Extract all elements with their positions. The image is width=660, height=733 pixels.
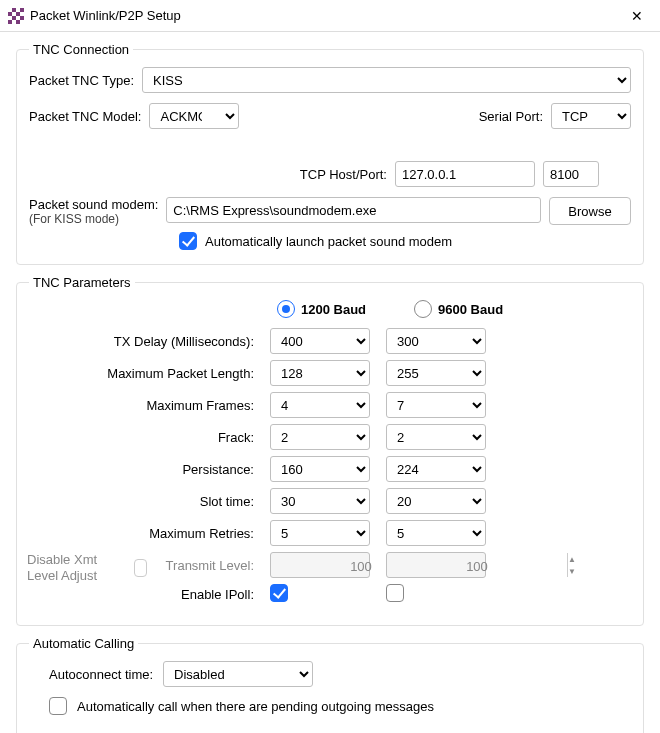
packet-tnc-type-select[interactable]: KISS <box>142 67 631 93</box>
param-label: TX Delay (Milliseconds): <box>29 334 254 349</box>
tcp-host-port-label: TCP Host/Port: <box>300 167 387 182</box>
param-label: Maximum Retries: <box>29 526 254 541</box>
enable-ipoll-9600-checkbox[interactable] <box>386 584 404 602</box>
param-9600-select-6[interactable]: 5 <box>386 520 486 546</box>
param-label: Persistance: <box>29 462 254 477</box>
transmit-level-1200-spinner: ▲▼ <box>270 552 370 578</box>
auto-launch-checkbox[interactable] <box>179 232 197 250</box>
autoconnect-time-select[interactable]: Disabled <box>163 661 313 687</box>
baud-9600-radio-item[interactable]: 9600 Baud <box>414 300 503 318</box>
param-label: Frack: <box>29 430 254 445</box>
baud-9600-radio[interactable] <box>414 300 432 318</box>
sound-modem-note: (For KISS mode) <box>29 212 158 226</box>
enable-ipoll-1200-checkbox[interactable] <box>270 584 288 602</box>
packet-tnc-type-label: Packet TNC Type: <box>29 73 134 88</box>
spinner-down-icon: ▼ <box>568 565 576 577</box>
automatic-calling-group: Automatic Calling Autoconnect time: Disa… <box>16 636 644 733</box>
param-9600-select-0[interactable]: 300 <box>386 328 486 354</box>
close-icon: ✕ <box>631 8 643 24</box>
sound-modem-label: Packet sound modem: <box>29 197 158 212</box>
automatic-calling-legend: Automatic Calling <box>29 636 138 651</box>
packet-tnc-model-label: Packet TNC Model: <box>29 109 141 124</box>
app-icon <box>8 8 24 24</box>
window-title: Packet Winlink/P2P Setup <box>30 8 181 23</box>
tnc-connection-group: TNC Connection Packet TNC Type: KISS Pac… <box>16 42 644 265</box>
tnc-connection-legend: TNC Connection <box>29 42 133 57</box>
auto-launch-label: Automatically launch packet sound modem <box>205 234 452 249</box>
param-1200-select-2[interactable]: 4 <box>270 392 370 418</box>
autoconnect-time-label: Autoconnect time: <box>49 667 153 682</box>
param-1200-select-1[interactable]: 128 <box>270 360 370 386</box>
param-9600-select-4[interactable]: 224 <box>386 456 486 482</box>
param-1200-select-4[interactable]: 160 <box>270 456 370 482</box>
browse-button[interactable]: Browse <box>549 197 631 225</box>
tcp-port-input[interactable] <box>543 161 599 187</box>
spinner-up-icon: ▲ <box>568 553 576 565</box>
tnc-parameters-legend: TNC Parameters <box>29 275 135 290</box>
param-9600-select-3[interactable]: 2 <box>386 424 486 450</box>
baud-1200-radio[interactable] <box>277 300 295 318</box>
param-1200-select-3[interactable]: 2 <box>270 424 370 450</box>
sound-modem-path-input[interactable] <box>166 197 541 223</box>
param-label: Maximum Frames: <box>29 398 254 413</box>
disable-xmt-checkbox <box>134 559 147 577</box>
close-button[interactable]: ✕ <box>614 0 660 32</box>
param-9600-select-5[interactable]: 20 <box>386 488 486 514</box>
enable-ipoll-label: Enable IPoll: <box>29 587 254 602</box>
auto-call-pending-checkbox[interactable] <box>49 697 67 715</box>
param-1200-select-5[interactable]: 30 <box>270 488 370 514</box>
title-bar: Packet Winlink/P2P Setup ✕ <box>0 0 660 32</box>
param-label: Slot time: <box>29 494 254 509</box>
serial-port-select[interactable]: TCP <box>551 103 631 129</box>
param-9600-select-2[interactable]: 7 <box>386 392 486 418</box>
tnc-parameters-group: TNC Parameters 1200 Baud 9600 Baud TX De… <box>16 275 644 626</box>
auto-call-pending-label: Automatically call when there are pendin… <box>77 699 434 714</box>
baud-1200-radio-item[interactable]: 1200 Baud <box>277 300 366 318</box>
tcp-host-input[interactable] <box>395 161 535 187</box>
serial-port-label: Serial Port: <box>479 109 543 124</box>
param-label: Maximum Packet Length: <box>29 366 254 381</box>
param-1200-select-0[interactable]: 400 <box>270 328 370 354</box>
transmit-level-9600-spinner: ▲▼ <box>386 552 486 578</box>
packet-tnc-model-select[interactable]: ACKMODE <box>149 103 239 129</box>
disable-xmt-level-adjust: Disable Xmt Level Adjust <box>27 552 147 583</box>
param-1200-select-6[interactable]: 5 <box>270 520 370 546</box>
param-9600-select-1[interactable]: 255 <box>386 360 486 386</box>
